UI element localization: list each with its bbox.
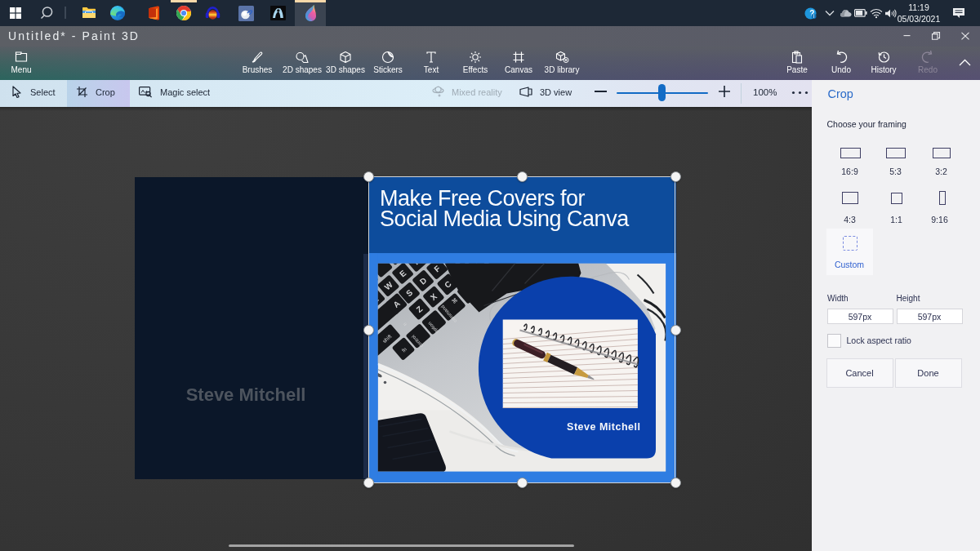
svg-text:i: i (813, 13, 814, 19)
